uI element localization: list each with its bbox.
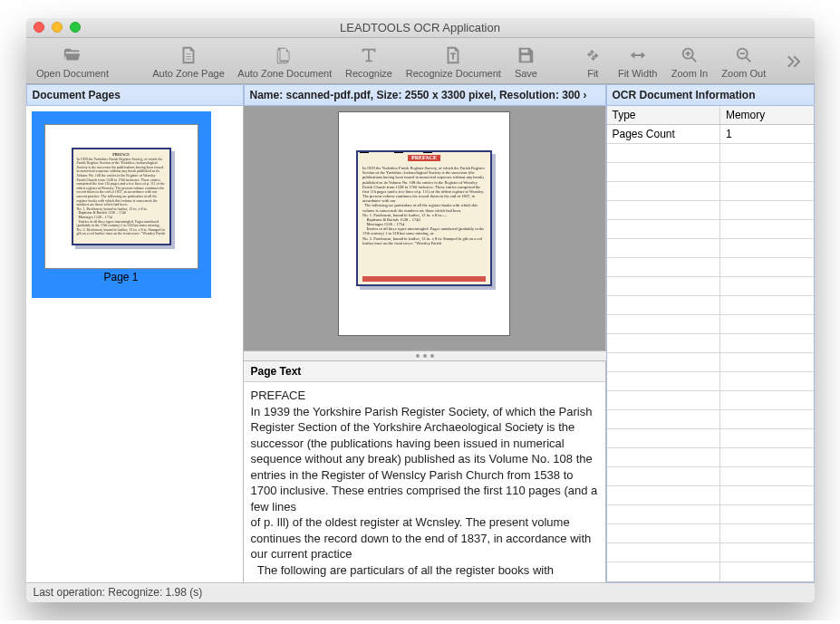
save-label: Save: [515, 68, 537, 79]
document-zone-icon: [275, 44, 294, 66]
recognize-button[interactable]: Recognize: [340, 39, 397, 82]
fit-width-icon: [628, 44, 648, 66]
window-title: LEADTOOLS OCR Application: [26, 21, 815, 34]
zone-marker: [423, 150, 432, 153]
page-text-content[interactable]: PREFACE In 1939 the Yorkshire Parish Reg…: [244, 382, 605, 582]
ocr-info-panel: Type Memory Pages Count 1: [606, 106, 815, 582]
table-header-row: Type Memory: [607, 106, 814, 125]
toolbar-overflow-button[interactable]: [778, 39, 809, 82]
auto-zone-page-button[interactable]: Auto Zone Page: [148, 39, 229, 82]
fit-width-label: Fit Width: [618, 68, 657, 79]
table-row[interactable]: Pages Count 1: [607, 125, 814, 144]
zoom-out-button[interactable]: Zoom Out: [717, 39, 771, 82]
cell-pages-count-label: Pages Count: [607, 125, 720, 143]
zoom-out-label: Zoom Out: [721, 68, 766, 79]
fit-label: Fit: [587, 68, 598, 79]
thumbnail-label: Page 1: [44, 269, 198, 285]
center-column: PREFACE In 1939 the Yorkshire Parish Reg…: [244, 106, 606, 582]
maximize-icon[interactable]: [70, 22, 81, 33]
close-icon[interactable]: [34, 22, 44, 33]
fit-icon: [583, 44, 603, 66]
status-bar: Last operation: Recognize: 1.98 (s): [26, 582, 815, 602]
folder-open-icon: [63, 44, 82, 66]
cell-pages-count-value: 1: [720, 125, 814, 143]
save-button[interactable]: Save: [509, 39, 543, 82]
recognize-document-icon: [443, 44, 463, 66]
zoom-in-label: Zoom In: [671, 68, 708, 79]
preview-highlight-title: PREFACE: [408, 155, 440, 161]
ocr-info-header: OCR Document Information: [606, 84, 815, 106]
document-info-header: Name: scanned-pdf.pdf, Size: 2550 x 3300…: [244, 84, 606, 106]
open-document-button[interactable]: Open Document: [32, 39, 114, 82]
app-window: LEADTOOLS OCR Application Open Document …: [26, 18, 815, 602]
status-text: Last operation: Recognize: 1.98 (s): [34, 586, 203, 599]
page-zone-icon: [179, 44, 198, 66]
thumbnail-preview: PREFACE In 1939 the Yorkshire Parish Reg…: [72, 148, 171, 245]
toolbar: Open Document Auto Zone Page Auto Zone D…: [26, 38, 815, 84]
minimize-icon[interactable]: [52, 22, 63, 33]
chevron-right-double-icon: [784, 51, 804, 72]
col-memory[interactable]: Memory: [720, 106, 814, 124]
page-viewer[interactable]: PREFACE In 1939 the Yorkshire Parish Reg…: [244, 106, 606, 350]
document-info-text: Name: scanned-pdf.pdf, Size: 2550 x 3300…: [250, 89, 587, 101]
zone-marker: [360, 150, 369, 153]
page-thumbnail[interactable]: PREFACE In 1939 the Yorkshire Parish Reg…: [32, 111, 211, 298]
content-area: Document Pages Name: scanned-pdf.pdf, Si…: [26, 84, 815, 602]
zoom-in-button[interactable]: Zoom In: [666, 39, 713, 82]
recognize-icon: [359, 44, 379, 66]
zoom-in-icon: [680, 44, 700, 66]
recognize-label: Recognize: [345, 68, 392, 79]
ocr-info-table: Type Memory Pages Count 1: [606, 106, 815, 582]
recognize-document-button[interactable]: Recognize Document: [401, 39, 507, 82]
horizontal-splitter[interactable]: [244, 350, 606, 361]
page-canvas: PREFACE In 1939 the Yorkshire Parish Reg…: [338, 111, 510, 336]
auto-zone-page-label: Auto Zone Page: [152, 68, 225, 79]
window-controls: [34, 22, 81, 33]
zoom-out-icon: [734, 44, 754, 66]
document-pages-panel: PREFACE In 1939 the Yorkshire Parish Reg…: [26, 106, 244, 582]
titlebar: LEADTOOLS OCR Application: [26, 18, 815, 38]
recognize-document-label: Recognize Document: [406, 68, 501, 79]
save-icon: [516, 44, 536, 66]
page-text-panel: Page Text PREFACE In 1939 the Yorkshire …: [244, 361, 606, 582]
preview-highlight-footer: [362, 276, 486, 282]
fit-button[interactable]: Fit: [576, 39, 609, 82]
col-type[interactable]: Type: [607, 106, 720, 124]
page-text-header: Page Text: [244, 361, 605, 382]
fit-width-button[interactable]: Fit Width: [613, 39, 662, 82]
zone-marker: [394, 150, 403, 153]
open-document-label: Open Document: [36, 68, 109, 79]
page-preview: PREFACE In 1939 the Yorkshire Parish Reg…: [356, 150, 492, 286]
auto-zone-document-button[interactable]: Auto Zone Document: [233, 39, 336, 82]
auto-zone-document-label: Auto Zone Document: [237, 68, 332, 79]
document-pages-header: Document Pages: [26, 84, 244, 106]
